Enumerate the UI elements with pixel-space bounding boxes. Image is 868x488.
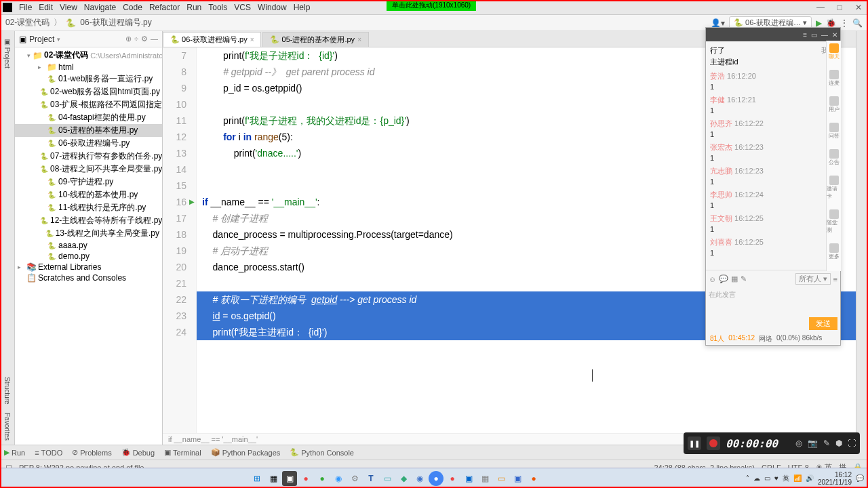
taskbar-app[interactable]: ◉ <box>331 471 346 486</box>
chat-side-tab[interactable]: 邀请卡 <box>827 176 841 200</box>
chat-menu-icon[interactable]: ≡ <box>803 31 807 39</box>
more-run-button[interactable]: ⋮ <box>840 18 848 28</box>
user-icon[interactable]: 👤▾ <box>711 18 725 28</box>
taskbar-app[interactable]: ▣ <box>282 471 297 486</box>
debug-tab[interactable]: 🐞 Debug <box>121 448 155 457</box>
windows-taskbar[interactable]: ⊞ ▦ ▣ ● ● ◉ ⚙ T ▭ ◆ ◉ ● ● ▣ ▦ ▭ ▣ ● ˄ ☁ … <box>0 468 868 488</box>
chat-pin-icon[interactable]: ▭ <box>811 31 817 39</box>
recipient-selector[interactable]: 所有人 ▾ <box>795 273 831 285</box>
expand-icon[interactable]: ⊕ <box>125 35 132 43</box>
run-tab[interactable]: ▶Run <box>4 448 25 457</box>
tree-item[interactable]: 🐍11-线程执行是无序的.py <box>15 201 162 214</box>
external-libraries[interactable]: ▸📚External Libraries <box>15 262 162 272</box>
tree-item[interactable]: 🐍03-扩展-根据路径不同返回指定页面 <box>15 98 162 111</box>
structure-tab[interactable]: Structure <box>2 373 12 409</box>
minimize-button[interactable]: — <box>814 3 827 12</box>
chat-side-tab[interactable]: 问答 <box>829 123 840 140</box>
tree-item[interactable]: 🐍01-web服务器一直运行.py <box>15 73 162 85</box>
menu-help[interactable]: Help <box>294 3 311 12</box>
image-icon[interactable]: ▦ <box>731 274 738 283</box>
tree-item[interactable]: 🐍12-主线程会等待所有子线程.py <box>15 214 162 227</box>
tree-item[interactable]: 🐍aaaa.py <box>15 240 162 251</box>
system-tray[interactable]: ˄ ☁ ▭ ♥ 英 📶 🔊 16:12 2021/11/19 💬 <box>746 471 864 486</box>
editor-tab[interactable]: 🐍 06-获取进程编号.py × <box>163 32 261 47</box>
search-icon[interactable]: 🔍 <box>852 18 863 28</box>
chat-min-icon[interactable]: — <box>821 31 828 39</box>
pause-button[interactable]: ❚❚ <box>688 436 701 450</box>
tray-ime[interactable]: 英 <box>783 474 789 483</box>
menu-window[interactable]: Window <box>258 3 287 12</box>
menu-view[interactable]: View <box>60 3 77 12</box>
tray-icon[interactable]: ♥ <box>774 474 778 482</box>
python-packages-tab[interactable]: 📦 Python Packages <box>211 448 281 457</box>
chat2-icon[interactable]: 💬 <box>719 274 728 283</box>
taskbar-app[interactable]: ▦ <box>266 471 281 486</box>
taskbar-app[interactable]: ● <box>429 471 443 486</box>
project-tree[interactable]: ▾📁 02-课堂代码 C:\Users\Administrator\ ▸📁htm… <box>15 47 162 445</box>
chat-side-tab[interactable]: 更多 <box>829 243 840 260</box>
hide-icon[interactable]: — <box>151 35 158 43</box>
chat-input[interactable]: 在此发言 <box>706 287 840 314</box>
tray-volume[interactable]: 🔊 <box>806 474 814 482</box>
tray-wifi[interactable]: 📶 <box>793 474 802 482</box>
emoji-icon[interactable]: ☺ <box>709 275 716 283</box>
tree-item[interactable]: 🐍05-进程的基本使用.py <box>15 124 162 137</box>
scratches[interactable]: 📋Scratches and Consoles <box>15 272 162 283</box>
problems-tab[interactable]: ⊘ Problems <box>72 448 111 457</box>
screenshot-icon[interactable]: 📷 <box>808 439 818 448</box>
taskbar-app[interactable]: ▭ <box>494 471 509 486</box>
favorites-tab[interactable]: Favorites <box>2 409 12 445</box>
chat-side-tab[interactable]: 用户 <box>829 96 840 113</box>
history-icon[interactable]: ≡ <box>833 275 837 283</box>
taskbar-app[interactable]: ▣ <box>510 471 525 486</box>
tree-item[interactable]: 🐍10-线程的基本使用.py <box>15 188 162 201</box>
menu-code[interactable]: Code <box>123 3 142 12</box>
menu-edit[interactable]: Edit <box>39 3 53 12</box>
project-tab[interactable]: ▣ Project <box>2 34 12 73</box>
chat-side-tab[interactable]: 聊天 <box>829 43 840 60</box>
menu-tools[interactable]: Tools <box>208 3 227 12</box>
tree-item[interactable]: 🐍08-进程之间不共享全局变量.py <box>15 163 162 176</box>
chat-side-tab[interactable]: 随堂测 <box>827 209 841 234</box>
tray-chevron[interactable]: ˄ <box>746 474 749 482</box>
camera-icon[interactable]: ◎ <box>795 439 802 448</box>
python-console-tab[interactable]: 🐍 Python Console <box>290 448 354 457</box>
tree-item[interactable]: 🐍04-fastapi框架的使用.py <box>15 111 162 124</box>
pen-icon[interactable]: ✎ <box>823 439 830 448</box>
tray-clock[interactable]: 16:12 2021/11/19 <box>818 471 852 486</box>
tree-item[interactable]: 🐍06-获取进程编号.py <box>15 137 162 150</box>
start-button[interactable]: ⊞ <box>250 471 264 486</box>
taskbar-app[interactable]: ◉ <box>412 471 427 486</box>
chat-close-icon[interactable]: ✕ <box>832 31 837 39</box>
tree-item[interactable]: ▸📁html <box>15 62 162 73</box>
run-button[interactable]: ▶ <box>816 18 822 28</box>
tray-notifications[interactable]: 💬 <box>856 474 864 482</box>
taskbar-app[interactable]: ● <box>298 471 313 486</box>
chat-side-tab[interactable]: 公告 <box>829 149 840 166</box>
taskbar-app[interactable]: ⚙ <box>347 471 362 486</box>
settings-icon[interactable]: ⚙ <box>141 35 148 43</box>
tree-item[interactable]: 🐍demo.py <box>15 251 162 262</box>
close-button[interactable]: ✕ <box>852 3 865 12</box>
screen-recorder[interactable]: ❚❚ 00:00:00 ◎ 📷 ✎ ⬢ ⛶ <box>684 432 860 454</box>
tree-item[interactable]: 🐍07-进程执行带有参数的任务.py <box>15 150 162 163</box>
tag-icon[interactable]: ⬢ <box>835 439 842 448</box>
terminal-tab[interactable]: ▣ Terminal <box>164 448 201 457</box>
chat-titlebar[interactable]: ≡ ▭ — ✕ <box>706 28 840 41</box>
taskbar-app[interactable]: ▦ <box>477 471 492 486</box>
menu-vcs[interactable]: VCS <box>234 3 251 12</box>
taskbar-app[interactable]: ● <box>315 471 330 486</box>
editor-tab[interactable]: 🐍 05-进程的基本使用.py × <box>262 32 368 47</box>
expand-icon[interactable]: ⛶ <box>848 439 856 448</box>
tree-item[interactable]: 🐍02-web服务器返回html页面.py <box>15 85 162 98</box>
maximize-button[interactable]: □ <box>833 3 846 12</box>
taskbar-app[interactable]: ◆ <box>396 471 411 486</box>
taskbar-app[interactable]: ▭ <box>380 471 395 486</box>
collapse-icon[interactable]: ÷ <box>134 35 138 43</box>
taskbar-app[interactable]: ● <box>445 471 460 486</box>
gutter[interactable]: 78910111213141516▶1718192021222324 <box>163 47 197 433</box>
tree-root[interactable]: ▾📁 02-课堂代码 C:\Users\Administrator\ <box>15 49 162 62</box>
debug-button[interactable]: 🐞 <box>826 18 836 28</box>
send-button[interactable]: 发送 <box>809 317 837 330</box>
taskbar-app[interactable]: ▣ <box>461 471 476 486</box>
